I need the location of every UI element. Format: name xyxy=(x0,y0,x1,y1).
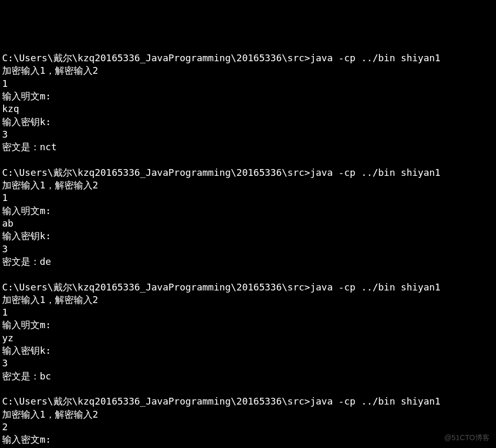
blank-line xyxy=(2,383,494,395)
input-label-line: 输入明文m: xyxy=(2,90,494,103)
blank-line xyxy=(2,154,494,166)
prompt-line: C:\Users\戴尔\kzq20165336_JavaProgramming\… xyxy=(2,166,494,179)
result-value: bc xyxy=(40,371,51,382)
blank-line xyxy=(2,268,494,281)
result-line: 密文是：de xyxy=(2,255,494,268)
prompt-line: C:\Users\戴尔\kzq20165336_JavaProgramming\… xyxy=(2,395,494,408)
choice-line: 1 xyxy=(2,306,494,319)
result-line: 密文是：bc xyxy=(2,370,494,383)
result-label: 密文是： xyxy=(2,141,40,152)
menu-line: 加密输入1，解密输入2 xyxy=(2,408,494,421)
input-value-line: yz xyxy=(2,332,494,344)
watermark: @51CTO博客 xyxy=(444,433,490,443)
menu-line: 加密输入1，解密输入2 xyxy=(2,179,494,192)
input-value-line: kzq xyxy=(2,103,494,115)
choice-line: 1 xyxy=(2,192,494,204)
result-label: 密文是： xyxy=(2,371,40,382)
input-value-line: ab xyxy=(2,446,494,448)
input-label-line: 输入密文m: xyxy=(2,433,494,446)
key-label-line: 输入密钥k: xyxy=(2,344,494,357)
result-value: nct xyxy=(40,141,57,152)
input-label-line: 输入明文m: xyxy=(2,205,494,217)
key-value-line: 3 xyxy=(2,243,494,255)
key-label-line: 输入密钥k: xyxy=(2,230,494,242)
choice-line: 1 xyxy=(2,77,494,90)
key-label-line: 输入密钥k: xyxy=(2,116,494,128)
prompt-line: C:\Users\戴尔\kzq20165336_JavaProgramming\… xyxy=(2,281,494,294)
menu-line: 加密输入1，解密输入2 xyxy=(2,294,494,306)
key-value-line: 3 xyxy=(2,357,494,369)
result-line: 密文是：nct xyxy=(2,141,494,153)
input-value-line: ab xyxy=(2,217,494,230)
result-value: de xyxy=(40,256,51,267)
key-value-line: 3 xyxy=(2,128,494,141)
terminal-output[interactable]: C:\Users\戴尔\kzq20165336_JavaProgramming\… xyxy=(2,52,494,448)
menu-line: 加密输入1，解密输入2 xyxy=(2,64,494,77)
choice-line: 2 xyxy=(2,421,494,433)
input-label-line: 输入明文m: xyxy=(2,319,494,331)
prompt-line: C:\Users\戴尔\kzq20165336_JavaProgramming\… xyxy=(2,52,494,64)
result-label: 密文是： xyxy=(2,256,40,267)
